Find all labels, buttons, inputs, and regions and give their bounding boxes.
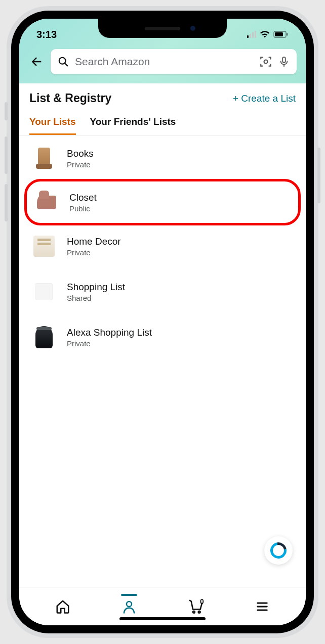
list-visibility: Private [67,160,94,169]
nav-cart[interactable]: 0 [185,595,207,618]
svg-rect-2 [287,33,288,36]
list-thumb-icon [32,147,56,170]
list-name: Books [67,148,94,159]
nav-menu[interactable] [251,595,273,618]
list-visibility: Private [67,248,121,257]
list-visibility: Shared [67,294,125,302]
list-thumb-icon [32,235,56,258]
list-item[interactable]: Shopping List Shared [19,269,306,314]
status-time: 3:13 [36,29,57,40]
power-button [317,148,320,203]
list-thumb-icon [32,326,56,349]
page-title: List & Registry [29,91,111,105]
svg-point-7 [127,602,132,607]
list-item[interactable]: Alexa Shopping List Private [19,314,306,360]
svg-point-5 [264,60,268,64]
svg-point-8 [193,611,195,613]
list-item[interactable]: Home Decor Private [19,223,306,269]
create-list-link[interactable]: + Create a List [233,93,296,104]
cart-count: 0 [200,597,204,606]
lists-container: Books Private Closet Public Home Decor [19,135,306,587]
battery-icon [273,31,289,38]
camera-scan-icon[interactable] [259,55,272,68]
search-box[interactable] [51,49,297,74]
list-visibility: Public [69,204,97,213]
search-input[interactable] [75,56,253,68]
search-icon [58,56,69,67]
volume-up-button [5,136,8,174]
list-name: Closet [69,192,97,203]
list-thumb-icon [32,280,56,303]
list-thumb-icon [35,191,58,214]
list-name: Home Decor [67,236,121,247]
tab-your-lists[interactable]: Your Lists [29,116,76,135]
nav-profile[interactable] [118,595,140,618]
volume-down-button [5,184,8,221]
cellular-icon [247,31,256,38]
list-item[interactable]: Closet Public [24,179,301,225]
phone-frame: 3:13 [7,6,318,638]
tab-friends-lists[interactable]: Your Friends' Lists [90,116,176,135]
list-name: Alexa Shopping List [67,327,152,338]
home-indicator[interactable] [119,617,206,620]
tabs: Your Lists Your Friends' Lists [19,109,306,135]
notch [98,19,227,38]
list-visibility: Private [67,339,152,348]
svg-point-9 [198,611,200,613]
alexa-icon [267,539,290,562]
svg-rect-1 [275,32,283,36]
svg-line-4 [65,63,67,66]
back-button[interactable] [28,54,45,70]
list-name: Shopping List [67,282,125,293]
list-item[interactable]: Books Private [19,135,306,181]
microphone-icon[interactable] [278,56,290,68]
svg-rect-6 [282,57,286,63]
mute-switch [5,102,8,120]
wifi-icon [260,31,270,38]
alexa-button[interactable] [264,536,293,565]
nav-home[interactable] [52,595,74,618]
